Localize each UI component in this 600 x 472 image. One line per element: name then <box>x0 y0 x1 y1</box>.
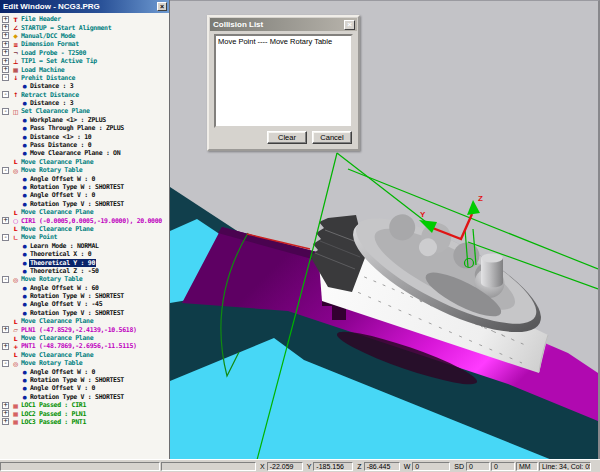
tree-item-label[interactable]: CIR1 (-0.0005,0.0005,-19.0000), 20.0000 <box>20 217 163 225</box>
tree-row[interactable]: -Prehit Distance <box>0 74 169 82</box>
tree-item-label[interactable]: PNT1 (-48.7869,-2.6956,-11.5115) <box>20 342 138 350</box>
collapse-icon[interactable]: - <box>2 234 9 241</box>
tree-item-label[interactable]: Pass Distance : 0 <box>29 141 92 149</box>
collapse-icon[interactable]: - <box>2 276 9 283</box>
edit-window-titlebar[interactable]: Edit Window - NCG3.PRG × <box>0 0 169 13</box>
tree-row[interactable]: Rotation Type W : SHORTEST <box>0 376 169 384</box>
tree-row[interactable]: -Move Point <box>0 233 169 241</box>
tree-row[interactable]: -Move Rotary Table <box>0 166 169 174</box>
tree-row[interactable]: Move Clearance Plane <box>0 317 169 325</box>
collapse-icon[interactable]: - <box>2 91 9 98</box>
tree-item-label[interactable]: Angle Offset V : 0 <box>29 384 96 392</box>
tree-row[interactable]: Angle Offset V : 0 <box>0 384 169 392</box>
tree-item-label[interactable]: Theoretical Z : -50 <box>29 267 100 275</box>
tree-row[interactable]: Move Clearance Plane <box>0 158 169 166</box>
expand-icon[interactable]: + <box>2 41 9 48</box>
tree-item-label[interactable]: Move Clearance Plane <box>20 351 94 359</box>
tree-item-label[interactable]: Move Clearance Plane <box>20 225 94 233</box>
tree-row[interactable]: Move Clearance Plane <box>0 334 169 342</box>
tree-item-label[interactable]: Rotation Type V : SHORTEST <box>29 309 125 317</box>
tree-row[interactable]: Move Clearance Plane <box>0 225 169 233</box>
tree-row[interactable]: Pass Through Plane : ZPLUS <box>0 124 169 132</box>
tree-row[interactable]: Theoretical Y : 90 <box>0 258 169 266</box>
collapse-icon[interactable]: - <box>2 108 9 115</box>
tree-row[interactable]: -Set Clearance Plane <box>0 107 169 115</box>
tree-item-label[interactable]: Load Probe - T2500 <box>20 49 87 57</box>
tree-row[interactable]: +STARTUP = Start Alignment <box>0 23 169 31</box>
tree-item-label[interactable]: Set Clearance Plane <box>20 107 91 115</box>
tree-item-label[interactable]: Theoretical Y : 90 <box>29 259 96 267</box>
cancel-button[interactable]: Cancel <box>312 131 352 144</box>
tree-item-label[interactable]: Rotation Type W : SHORTEST <box>29 183 125 191</box>
collision-list-item[interactable]: Move Point ---- Move Rotary Table <box>216 36 351 47</box>
tree-item-label[interactable]: LOC1 Passed : CIR1 <box>20 401 87 409</box>
tree-item-label[interactable]: Move Clearance Plane <box>20 317 94 325</box>
tree-row[interactable]: +Load Machine <box>0 65 169 73</box>
tree-item-label[interactable]: Move Rotary Table <box>20 359 83 367</box>
clear-button[interactable]: Clear <box>267 131 307 144</box>
tree-row[interactable]: -Move Rotary Table <box>0 359 169 367</box>
tree-row[interactable]: Distance : 3 <box>0 99 169 107</box>
tree-row[interactable]: +PLN1 (-47.8529,-2.4139,-10.5618) <box>0 325 169 333</box>
tree-item-label[interactable]: Angle Offset V : -45 <box>29 300 103 308</box>
tree-item-label[interactable]: Rotation Type V : SHORTEST <box>29 200 125 208</box>
tree-row[interactable]: Angle Offset W : 0 <box>0 174 169 182</box>
tree-item-label[interactable]: Prehit Distance <box>20 74 76 82</box>
tree-item-label[interactable]: Pass Through Plane : ZPLUS <box>29 124 125 132</box>
expand-icon[interactable]: + <box>2 32 9 39</box>
tree-row[interactable]: Rotation Type V : SHORTEST <box>0 309 169 317</box>
tree-item-label[interactable]: Load Machine <box>20 66 65 74</box>
tree-item-label[interactable]: Distance : 3 <box>29 82 74 90</box>
expand-icon[interactable]: + <box>2 402 9 409</box>
tree-row[interactable]: Rotation Type V : SHORTEST <box>0 393 169 401</box>
tree-item-label[interactable]: Dimension Format <box>20 40 80 48</box>
tree-row[interactable]: Angle Offset W : 60 <box>0 284 169 292</box>
tree-item-label[interactable]: TIP1 = Set Active Tip <box>20 57 98 65</box>
tree-item-label[interactable]: Angle Offset W : 0 <box>29 175 96 183</box>
collapse-icon[interactable]: - <box>2 74 9 81</box>
tree-row[interactable]: +PNT1 (-48.7869,-2.6956,-11.5115) <box>0 342 169 350</box>
dialog-titlebar[interactable]: Collision List × <box>210 18 357 31</box>
close-icon[interactable]: × <box>344 20 355 30</box>
tree-row[interactable]: Theoretical Z : -50 <box>0 267 169 275</box>
tree-item-label[interactable]: STARTUP = Start Alignment <box>20 24 112 32</box>
tree-row[interactable]: +Dimension Format <box>0 40 169 48</box>
expand-icon[interactable]: + <box>2 66 9 73</box>
tree-item-label[interactable]: Move Rotary Table <box>20 166 83 174</box>
expand-icon[interactable]: + <box>2 49 9 56</box>
tree-row[interactable]: Workplane <1> : ZPLUS <box>0 116 169 124</box>
tree-item-label[interactable]: Move Clearance Plane <box>20 334 94 342</box>
tree-row[interactable]: Rotation Type W : SHORTEST <box>0 292 169 300</box>
tree-row[interactable]: Distance <1> : 10 <box>0 132 169 140</box>
tree-item-label[interactable]: File Header <box>20 15 62 23</box>
collapse-icon[interactable]: - <box>2 360 9 367</box>
expand-icon[interactable]: + <box>2 58 9 65</box>
tree-row[interactable]: Learn Mode : NORMAL <box>0 242 169 250</box>
tree-item-label[interactable]: PLN1 (-47.8529,-2.4139,-10.5618) <box>20 326 138 334</box>
tree-item-label[interactable]: Move Clearance Plane <box>20 208 94 216</box>
tree-row[interactable]: +LOC2 Passed : PLN1 <box>0 409 169 417</box>
close-icon[interactable]: × <box>157 2 167 11</box>
tree-row[interactable]: +File Header <box>0 15 169 23</box>
command-tree[interactable]: +File Header+STARTUP = Start Alignment+M… <box>0 13 169 459</box>
tree-row[interactable]: Angle Offset W : 0 <box>0 367 169 375</box>
tree-row[interactable]: Rotation Type V : SHORTEST <box>0 200 169 208</box>
tree-item-label[interactable]: Move Clearance Plane : ON <box>29 149 121 157</box>
tree-row[interactable]: +Manual/DCC Mode <box>0 32 169 40</box>
tree-item-label[interactable]: Move Clearance Plane <box>20 158 94 166</box>
tree-row[interactable]: Angle Offset V : -45 <box>0 300 169 308</box>
tree-row[interactable]: +TIP1 = Set Active Tip <box>0 57 169 65</box>
tree-item-label[interactable]: Learn Mode : NORMAL <box>29 242 100 250</box>
tree-row[interactable]: Angle Offset V : 0 <box>0 191 169 199</box>
tree-row[interactable]: Theoretical X : 0 <box>0 250 169 258</box>
tree-row[interactable]: +LOC1 Passed : CIR1 <box>0 401 169 409</box>
tree-item-label[interactable]: LOC3 Passed : PNT1 <box>20 418 87 426</box>
tree-row[interactable]: Move Clearance Plane <box>0 351 169 359</box>
tree-item-label[interactable]: LOC2 Passed : PLN1 <box>20 410 87 418</box>
tree-row[interactable]: Move Clearance Plane : ON <box>0 149 169 157</box>
tree-row[interactable]: +Load Probe - T2500 <box>0 49 169 57</box>
expand-icon[interactable]: + <box>2 24 9 31</box>
expand-icon[interactable]: + <box>2 418 9 425</box>
tree-item-label[interactable]: Distance <1> : 10 <box>29 133 92 141</box>
tree-row[interactable]: Distance : 3 <box>0 82 169 90</box>
